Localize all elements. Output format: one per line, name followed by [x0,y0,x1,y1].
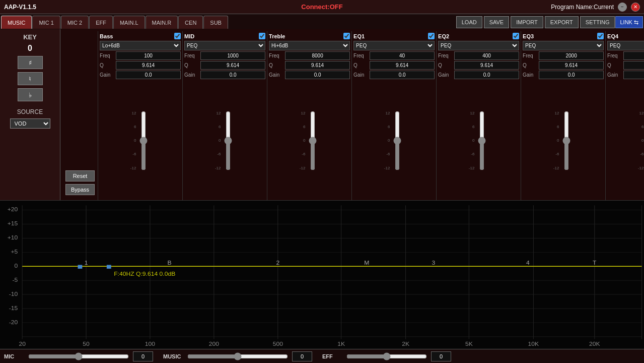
tab-eff[interactable]: EFF [89,16,113,29]
svg-text:M: M [364,260,369,265]
tab-mainr[interactable]: MAIN.R [146,16,178,29]
eq-gain-treble[interactable] [285,71,350,79]
eq-fader-bass[interactable] [137,111,150,170]
eq-freq-bass[interactable] [116,51,181,60]
svg-rect-0 [0,201,644,349]
mic-value[interactable] [133,351,153,361]
svg-text:T: T [593,260,597,265]
svg-text:3: 3 [432,260,435,265]
eq-type-eq3[interactable]: PEQHPFLPF [523,41,604,50]
bypass-button[interactable]: Bypass [65,184,95,195]
music-value[interactable] [292,351,312,361]
eq-fader-treble[interactable] [306,111,319,170]
svg-text:20: 20 [19,341,25,347]
eq-gain-bass[interactable] [116,71,181,79]
export-button[interactable]: EXPORT [545,16,579,28]
eq-col-bass: BassLo+6dBPEQHPFLPFFreqQGain1260-6-12 [98,31,182,200]
eq-q-bass[interactable] [116,61,181,70]
eq-enable-eq3[interactable] [597,33,604,39]
svg-text:1K: 1K [337,341,345,347]
minimize-button[interactable]: − [618,3,627,12]
eq-col-treble: TrebleHi+6dBPEQHPFLPFFreqQGain1260-6-12 [267,31,351,200]
eq-enable-treble[interactable] [343,33,350,39]
eq-type-treble[interactable]: Hi+6dBPEQHPFLPF [269,41,350,50]
svg-text:5K: 5K [465,341,473,347]
eq-col-eq2: EQ2PEQHPFLPFFreqQGain1260-6-12 [436,31,521,200]
svg-rect-40 [107,265,111,268]
eq-q-mid[interactable] [200,61,265,70]
key-value: 0 [28,44,32,53]
eq-col-eq4: EQ4PEQHPFLPFFreqQGain1260-6-12 [605,31,644,200]
eq-fader-eq1[interactable] [391,111,404,170]
svg-text:+15: +15 [8,221,18,226]
tab-cen[interactable]: CEN [178,16,203,29]
setting-button[interactable]: SETTING [580,16,615,28]
eq-fader-eq2[interactable] [475,111,488,170]
eq-type-eq2[interactable]: PEQHPFLPF [438,41,519,50]
music-fader[interactable] [187,352,288,360]
svg-text:-15: -15 [9,306,18,311]
link-button[interactable]: LINK ⇆ [615,16,643,28]
svg-text:-5: -5 [13,277,18,283]
eq-q-treble[interactable] [285,61,350,70]
reset-bypass-col: Reset Bypass [62,31,98,200]
reset-button[interactable]: Reset [65,170,95,182]
load-button[interactable]: LOAD [456,16,482,28]
eq-enable-eq2[interactable] [513,33,519,39]
svg-text:+5: +5 [11,249,18,255]
title-right: Program Name:Current − ✕ [551,3,640,12]
key-panel: KEY 0 ♯ ♮ ♭ SOURCE VOD CD LINE [0,29,60,200]
tab-mic1[interactable]: MIC 1 [32,16,60,29]
eq-type-bass[interactable]: Lo+6dBPEQHPFLPF [100,41,181,50]
save-button[interactable]: SAVE [484,16,510,28]
eq-col-mid: MIDPEQHPFLPFLo+6dBFreqQGain1260-6-12 [182,31,267,200]
svg-text:2K: 2K [402,341,409,347]
tab-mic2[interactable]: MIC 2 [61,16,89,29]
eq-fader-mid[interactable] [222,111,235,170]
eff-value[interactable] [431,351,451,361]
eq-freq-eq3[interactable] [539,51,604,60]
tab-bar: MUSIC MIC 1 MIC 2 EFF MAIN.L MAIN.R CEN … [0,14,644,29]
eq-gain-eq2[interactable] [454,71,519,79]
eq-freq-eq2[interactable] [454,51,519,60]
eq-gain-mid[interactable] [200,71,265,79]
eq-type-mid[interactable]: PEQHPFLPFLo+6dB [184,41,265,50]
eq-gain-eq4[interactable] [623,71,644,79]
eq-q-eq2[interactable] [454,61,519,70]
bottom-bar: MIC MUSIC EFF [0,349,644,363]
eq-q-eq3[interactable] [539,61,604,70]
eq-q-eq4[interactable] [623,61,644,70]
source-select[interactable]: VOD CD LINE [10,118,50,129]
eq-freq-treble[interactable] [285,51,350,60]
eq-q-eq1[interactable] [370,61,435,70]
import-button[interactable]: IMPORT [511,16,543,28]
sharp-button[interactable]: ♯ [18,56,43,69]
natural-button[interactable]: ♮ [18,72,43,85]
eq-enable-eq1[interactable] [428,33,435,39]
eq-type-eq4[interactable]: PEQHPFLPF [607,41,644,50]
eq-freq-eq1[interactable] [370,51,435,60]
flat-button[interactable]: ♭ [18,88,43,101]
svg-text:4: 4 [526,260,530,265]
program-name: Program Name:Current [551,4,614,11]
connection-status: Connect:OFF [301,3,342,11]
eq-col-eq3: EQ3PEQHPFLPFFreqQGain1260-6-12 [521,31,605,200]
eq-freq-mid[interactable] [200,51,265,60]
eq-fader-eq3[interactable] [560,111,573,170]
top-area: KEY 0 ♯ ♮ ♭ SOURCE VOD CD LINE Reset Byp… [0,29,644,201]
key-label: KEY [23,33,37,41]
title-bar: AAP-V1.1.5 Connect:OFF Program Name:Curr… [0,0,644,14]
eq-freq-eq4[interactable] [623,51,644,60]
tab-sub[interactable]: SUB [203,16,228,29]
eq-gain-eq3[interactable] [539,71,604,79]
close-button[interactable]: ✕ [631,3,640,12]
eff-fader[interactable] [346,352,427,360]
mic-fader[interactable] [28,352,129,360]
tab-mainl[interactable]: MAIN.L [113,16,145,29]
tab-music[interactable]: MUSIC [1,16,32,29]
eq-enable-bass[interactable] [174,33,181,39]
eq-enable-mid[interactable] [259,33,265,39]
svg-text:F:40HZ Q:9.614  0.0dB: F:40HZ Q:9.614 0.0dB [114,271,175,277]
eq-type-eq1[interactable]: PEQHPFLPF [353,41,435,50]
eq-gain-eq1[interactable] [370,71,435,79]
